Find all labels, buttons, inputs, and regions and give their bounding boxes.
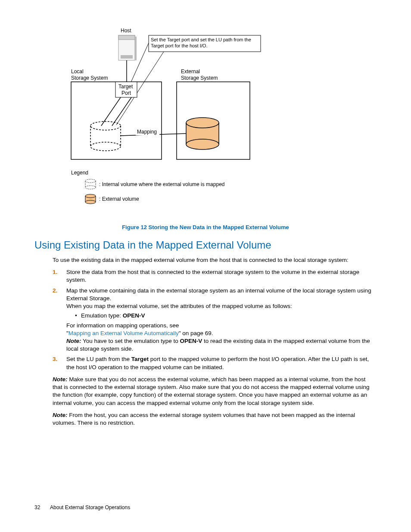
internal-volume-icon bbox=[90, 121, 121, 151]
note-2-label: Note: bbox=[53, 412, 68, 418]
step-1: Store the data from the host that is con… bbox=[53, 268, 377, 284]
step-2-note-label: Note: bbox=[66, 338, 81, 344]
step-3: Set the LU path from the Target port to … bbox=[53, 355, 377, 371]
figure-diagram: Host Set the Target port and set the LU … bbox=[52, 26, 377, 217]
svg-point-10 bbox=[90, 142, 121, 151]
figure-caption: Figure 12 Storing the New Data in the Ma… bbox=[34, 224, 377, 230]
legend-title: Legend bbox=[71, 170, 88, 176]
legend-external-text: : External volume bbox=[99, 196, 139, 202]
intro-paragraph: To use the existing data in the mapped e… bbox=[53, 256, 377, 264]
note-1-label: Note: bbox=[53, 376, 68, 383]
section-heading: Using Existing Data in the Mapped Extern… bbox=[34, 239, 377, 251]
step-2-bullet: Emulation type: OPEN-V bbox=[75, 312, 377, 320]
legend-internal-icon bbox=[85, 179, 96, 189]
target-label2: Port bbox=[121, 90, 131, 96]
svg-point-19 bbox=[85, 186, 96, 189]
mapping-link[interactable]: Mapping an External Volume Automatically bbox=[68, 330, 179, 336]
svg-rect-3 bbox=[135, 37, 137, 60]
step-2a: Map the volume containing data in the ex… bbox=[66, 287, 371, 302]
footer-title: About External Storage Operations bbox=[50, 504, 130, 510]
svg-rect-1 bbox=[118, 35, 135, 40]
external-volume-icon bbox=[186, 118, 219, 149]
mapping-label: Mapping bbox=[137, 129, 157, 135]
steps-list: Store the data from the host that is con… bbox=[53, 268, 377, 371]
openv-bold: OPEN-V bbox=[123, 312, 145, 319]
local-label1: Local bbox=[71, 68, 84, 75]
step-2c: For information on mapping operations, s… bbox=[66, 322, 179, 329]
svg-point-24 bbox=[85, 200, 96, 204]
step-2: Map the volume containing data in the ex… bbox=[53, 287, 377, 353]
note-1: Note: Make sure that you do not access t… bbox=[53, 376, 377, 407]
callout-text: Set the Target port and set the LU path … bbox=[151, 37, 258, 49]
svg-point-15 bbox=[186, 139, 219, 149]
host-label: Host bbox=[121, 28, 131, 34]
target-bold: Target bbox=[131, 356, 149, 362]
external-label1: External bbox=[181, 68, 200, 75]
page-footer: 32 About External Storage Operations bbox=[34, 504, 130, 510]
step-2b: When you map the external volume, set th… bbox=[66, 303, 292, 309]
legend-external-icon bbox=[85, 194, 96, 204]
svg-line-8 bbox=[112, 97, 131, 126]
storage-diagram-svg: Host Set the Target port and set the LU … bbox=[52, 26, 276, 215]
external-label2: Storage System bbox=[181, 75, 218, 81]
svg-rect-2 bbox=[121, 55, 133, 59]
svg-point-9 bbox=[90, 121, 121, 130]
step-2-sublist: Emulation type: OPEN-V bbox=[75, 312, 377, 320]
page-number: 32 bbox=[34, 504, 40, 510]
step-1-text: Store the data from the host that is con… bbox=[66, 269, 359, 283]
svg-point-16 bbox=[85, 179, 96, 183]
openv-bold2: OPEN-V bbox=[180, 338, 202, 344]
host-server-icon bbox=[118, 35, 137, 60]
legend-internal-text: : Internal volume where the external vol… bbox=[99, 181, 225, 187]
target-label1: Target bbox=[118, 84, 133, 90]
note-2: Note: From the host, you can access the … bbox=[53, 411, 377, 427]
local-label2: Storage System bbox=[71, 75, 108, 81]
